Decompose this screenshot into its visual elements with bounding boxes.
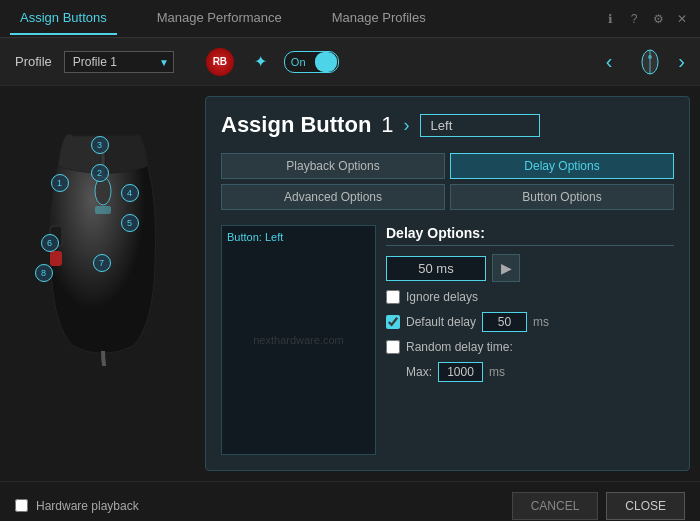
max-delay-input[interactable] [438, 362, 483, 382]
advanced-options-button[interactable]: Advanced Options [221, 184, 445, 210]
assign-panel: Assign Button 1 › Playback Options Delay… [205, 96, 690, 471]
default-delay-label: Default delay [406, 315, 476, 329]
toggle-label: On [291, 56, 306, 68]
random-delay-checkbox[interactable] [386, 340, 400, 354]
ignore-delays-label: Ignore delays [406, 290, 478, 304]
random-delay-row: Random delay time: [386, 340, 674, 354]
assign-header: Assign Button 1 › [221, 112, 674, 138]
assign-number: 1 [381, 112, 393, 138]
assign-title: Assign Button [221, 112, 371, 138]
content-area: Button: Left nexthardware.com Delay Opti… [221, 225, 674, 455]
on-off-toggle[interactable]: On [284, 51, 339, 73]
toggle-knob [315, 52, 337, 72]
play-button[interactable]: ▶ [492, 254, 520, 282]
help-icon[interactable]: ? [626, 11, 642, 27]
svg-rect-6 [50, 251, 62, 266]
assign-arrow-icon: › [404, 115, 410, 136]
default-delay-row: Default delay ms [386, 312, 674, 332]
prev-arrow-icon[interactable]: ‹ [606, 50, 613, 73]
mouse-thumbnail [634, 46, 666, 78]
macro-list-box: Button: Left nexthardware.com [221, 225, 376, 455]
tab-bar: Assign Buttons Manage Performance Manage… [10, 2, 436, 35]
random-delay-label: Random delay time: [406, 340, 513, 354]
macro-list-header: Button: Left [227, 231, 370, 243]
mouse-button-2[interactable]: 2 [91, 164, 109, 182]
mouse-panel: 1 2 3 4 5 6 7 8 [10, 96, 195, 471]
bottom-buttons: CANCEL CLOSE [512, 492, 685, 520]
tab-manage-performance[interactable]: Manage Performance [147, 2, 292, 35]
close-icon[interactable]: ✕ [674, 11, 690, 27]
mouse-button-8[interactable]: 8 [35, 264, 53, 282]
max-unit: ms [489, 365, 505, 379]
cancel-button[interactable]: CANCEL [512, 492, 599, 520]
profile-select-wrap: Profile 1 ▼ [64, 51, 174, 73]
light-icon[interactable]: ✦ [254, 52, 267, 71]
mouse-button-5[interactable]: 5 [121, 214, 139, 232]
mouse-button-4[interactable]: 4 [121, 184, 139, 202]
main-content: 1 2 3 4 5 6 7 8 Assign Button 1 › Playba… [0, 86, 700, 481]
hw-playback-label: Hardware playback [36, 499, 139, 513]
button-options-button[interactable]: Button Options [450, 184, 674, 210]
max-delay-row: Max: ms [386, 362, 674, 382]
record-button[interactable]: RB [206, 48, 234, 76]
option-buttons: Playback Options Delay Options Advanced … [221, 153, 674, 210]
assign-value-input[interactable] [420, 114, 540, 137]
mouse-button-6[interactable]: 6 [41, 234, 59, 252]
profile-label: Profile [15, 54, 52, 69]
settings-icon[interactable]: ⚙ [650, 11, 666, 27]
delay-options-title: Delay Options: [386, 225, 674, 246]
delay-options-button[interactable]: Delay Options [450, 153, 674, 179]
tab-assign-buttons[interactable]: Assign Buttons [10, 2, 117, 35]
profile-bar: Profile Profile 1 ▼ RB ✦ On ‹ › [0, 38, 700, 86]
next-arrow-icon[interactable]: › [678, 50, 685, 73]
window-controls: ℹ ? ⚙ ✕ [602, 11, 690, 27]
default-delay-unit: ms [533, 315, 549, 329]
svg-rect-4 [95, 206, 111, 214]
ignore-delays-checkbox[interactable] [386, 290, 400, 304]
default-delay-checkbox[interactable] [386, 315, 400, 329]
delay-value-row: ▶ [386, 254, 674, 282]
mouse-button-7[interactable]: 7 [93, 254, 111, 272]
bottom-bar: Hardware playback CANCEL CLOSE [0, 481, 700, 521]
hardware-playback-row: Hardware playback [15, 499, 139, 513]
info-icon[interactable]: ℹ [602, 11, 618, 27]
default-delay-input[interactable] [482, 312, 527, 332]
svg-point-2 [648, 55, 652, 59]
mouse-button-1[interactable]: 1 [51, 174, 69, 192]
ignore-delays-row: Ignore delays [386, 290, 674, 304]
max-label: Max: [406, 365, 432, 379]
mouse-button-3[interactable]: 3 [91, 136, 109, 154]
delay-options-panel: Delay Options: ▶ Ignore delays Default d… [386, 225, 674, 455]
profile-select[interactable]: Profile 1 [64, 51, 174, 73]
watermark-text: nexthardware.com [253, 334, 344, 346]
tab-manage-profiles[interactable]: Manage Profiles [322, 2, 436, 35]
close-button[interactable]: CLOSE [606, 492, 685, 520]
playback-options-button[interactable]: Playback Options [221, 153, 445, 179]
hw-playback-checkbox[interactable] [15, 499, 28, 512]
delay-value-input[interactable] [386, 256, 486, 281]
mouse-illustration: 1 2 3 4 5 6 7 8 [23, 106, 183, 366]
top-bar: Assign Buttons Manage Performance Manage… [0, 0, 700, 38]
